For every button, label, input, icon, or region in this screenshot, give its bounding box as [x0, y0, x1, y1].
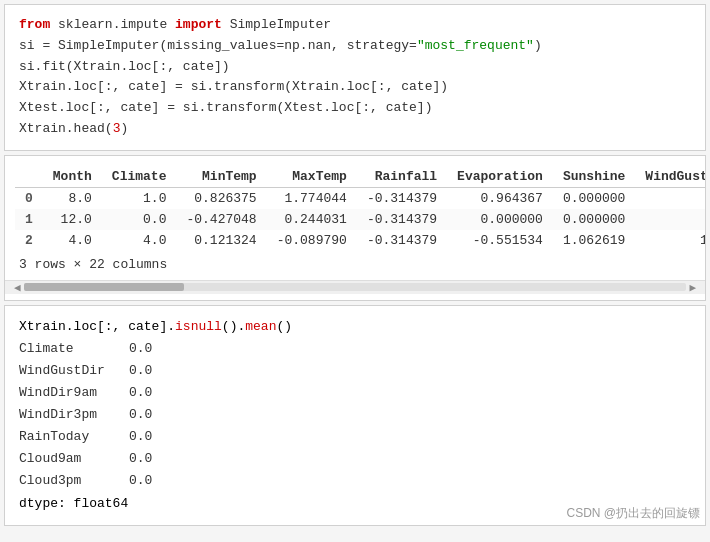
code-line-4: Xtrain.loc[:, cate] = si.transform(Xtrai… [19, 77, 691, 98]
fn-mean: mean [245, 319, 276, 334]
table-cell: 1.0 [102, 187, 177, 209]
table-cell: 8.0 [43, 187, 102, 209]
code-text: (). [222, 319, 245, 334]
output-key: RainToday [19, 426, 129, 448]
code-text: SimpleImputer [230, 17, 331, 32]
scrollbar-thumb[interactable] [24, 283, 184, 291]
col-header-climate: Climate [102, 166, 177, 188]
table-cell: 1.062619 [553, 230, 635, 251]
output-key: Climate [19, 338, 129, 360]
output-line: RainToday0.0 [19, 426, 691, 448]
table-cell: -0.314379 [357, 209, 447, 230]
code-text: ) [120, 121, 128, 136]
output-lines: Climate0.0WindGustDir0.0WindDir9am0.0Win… [19, 338, 691, 493]
table-row: 112.00.0-0.4270480.244031-0.3143790.0000… [15, 209, 705, 230]
table-cell: 0.121324 [176, 230, 266, 251]
output-val: 0.0 [129, 382, 152, 404]
output-line: WindDir3pm0.0 [19, 404, 691, 426]
table-cell: 0.0 [102, 209, 177, 230]
watermark: CSDN @扔出去的回旋镖 [566, 505, 700, 522]
col-header-sunshine: Sunshine [553, 166, 635, 188]
scroll-right-icon[interactable]: ▶ [686, 281, 699, 294]
col-header-maxtemp: MaxTemp [267, 166, 357, 188]
table-cell: -0.089790 [267, 230, 357, 251]
output-val: 0.0 [129, 426, 152, 448]
string-val: "most_frequent" [417, 38, 534, 53]
output-val: 0.0 [129, 360, 152, 382]
col-header-index [15, 166, 43, 188]
code-block: from sklearn.impute import SimpleImputer… [4, 4, 706, 151]
table-cell: 0.244031 [267, 209, 357, 230]
table-cell: 0.964367 [447, 187, 553, 209]
table-cell: 4.0 [43, 230, 102, 251]
table-cell: 13.0 [635, 230, 705, 251]
output-val: 0.0 [129, 448, 152, 470]
code-text: ) [534, 38, 542, 53]
keyword-from: from [19, 17, 50, 32]
table-cell: 0.826375 [176, 187, 266, 209]
table-cell: 12.0 [43, 209, 102, 230]
col-header-month: Month [43, 166, 102, 188]
output-block: Xtrain.loc[:, cate].isnull().mean() Clim… [4, 305, 706, 526]
col-header-evaporation: Evaporation [447, 166, 553, 188]
code-text: Xtrain.head( [19, 121, 113, 136]
table-cell: -0.314379 [357, 230, 447, 251]
scroll-left-icon[interactable]: ◀ [11, 281, 24, 294]
table-cell: 0.000000 [553, 209, 635, 230]
code-line-2: si = SimpleImputer(missing_values=np.nan… [19, 36, 691, 57]
output-key: WindGustDir [19, 360, 129, 382]
table-header-row: Month Climate MinTemp MaxTemp Rainfall E… [15, 166, 705, 188]
dataframe-table: Month Climate MinTemp MaxTemp Rainfall E… [15, 166, 705, 251]
code-line-6: Xtrain.head(3) [19, 119, 691, 140]
code-text: Xtrain.loc[:, cate]. [19, 319, 175, 334]
dataframe-wrapper: Month Climate MinTemp MaxTemp Rainfall E… [5, 166, 705, 251]
code-line-5: Xtest.loc[:, cate] = si.transform(Xtest.… [19, 98, 691, 119]
dataframe-block: Month Climate MinTemp MaxTemp Rainfall E… [4, 155, 706, 301]
output-line: Climate0.0 [19, 338, 691, 360]
table-cell: -0.427048 [176, 209, 266, 230]
output-key: WindDir3pm [19, 404, 129, 426]
table-cell: 4.0 [102, 230, 177, 251]
table-cell: 0.000000 [553, 187, 635, 209]
output-line: Cloud9am0.0 [19, 448, 691, 470]
code-line-1: from sklearn.impute import SimpleImputer [19, 15, 691, 36]
table-cell: 1.774044 [267, 187, 357, 209]
col-header-windgustdir: WindGustDir [635, 166, 705, 188]
output-line: WindDir9am0.0 [19, 382, 691, 404]
code-text: sklearn.impute [58, 17, 175, 32]
scrollbar-row[interactable]: ◀ ▶ [5, 280, 705, 294]
output-val: 0.0 [129, 404, 152, 426]
table-cell: 2.0 [635, 187, 705, 209]
fn-isnull: isnull [175, 319, 222, 334]
table-row: 24.04.00.121324-0.089790-0.314379-0.5515… [15, 230, 705, 251]
col-header-mintemp: MinTemp [176, 166, 266, 188]
code-text: () [276, 319, 292, 334]
output-key: WindDir9am [19, 382, 129, 404]
table-cell: -0.314379 [357, 187, 447, 209]
table-cell: 6.0 [635, 209, 705, 230]
code-line-3: si.fit(Xtrain.loc[:, cate]) [19, 57, 691, 78]
output-line: Cloud3pm0.0 [19, 470, 691, 492]
output-val: 0.0 [129, 470, 152, 492]
table-cell-index: 1 [15, 209, 43, 230]
keyword-import: import [175, 17, 222, 32]
output-line: WindGustDir0.0 [19, 360, 691, 382]
table-cell-index: 2 [15, 230, 43, 251]
output-val: 0.0 [129, 338, 152, 360]
scrollbar-track[interactable] [24, 283, 687, 291]
output-key: Cloud9am [19, 448, 129, 470]
code-text: si = SimpleImputer(missing_values=np.nan… [19, 38, 417, 53]
table-cell-index: 0 [15, 187, 43, 209]
table-cell: -0.551534 [447, 230, 553, 251]
col-header-rainfall: Rainfall [357, 166, 447, 188]
output-command: Xtrain.loc[:, cate].isnull().mean() [19, 316, 691, 338]
output-key: Cloud3pm [19, 470, 129, 492]
rows-info: 3 rows × 22 columns [5, 251, 705, 276]
table-row: 08.01.00.8263751.774044-0.3143790.964367… [15, 187, 705, 209]
table-cell: 0.000000 [447, 209, 553, 230]
